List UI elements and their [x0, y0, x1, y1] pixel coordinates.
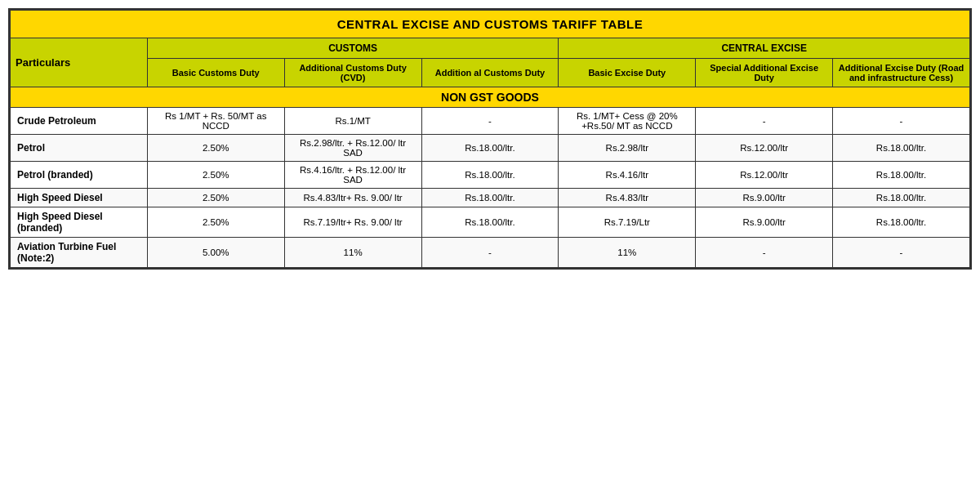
- special-additional-excise-header: Special Additional Excise Duty: [696, 59, 833, 87]
- particulars-cell: Petrol (branded): [11, 162, 148, 189]
- basic-excise-cell: Rs.2.98/ltr: [559, 135, 696, 162]
- basic-excise-header: Basic Excise Duty: [559, 59, 696, 87]
- additional-customs-cvd-cell: Rs.4.16/ltr. + Rs.12.00/ ltr SAD: [284, 162, 421, 189]
- basic-customs-cell: 5.00%: [147, 238, 284, 268]
- additional-customs-cvd-cell: 11%: [284, 238, 421, 268]
- central-excise-group-header: CENTRAL EXCISE: [559, 38, 970, 59]
- additional-customs-cvd-cell: Rs.7.19/ltr+ Rs. 9.00/ ltr: [284, 207, 421, 238]
- additional-customs-cell: -: [421, 108, 559, 135]
- basic-excise-cell: 11%: [559, 238, 696, 268]
- additional-excise-road-header: Additional Excise Duty (Road and infrast…: [833, 59, 970, 87]
- basic-customs-cell: 2.50%: [147, 135, 284, 162]
- basic-customs-cell: 2.50%: [147, 189, 284, 207]
- particulars-cell: High Speed Diesel (branded): [11, 207, 148, 238]
- particulars-cell: High Speed Diesel: [11, 189, 148, 207]
- non-gst-label: NON GST GOODS: [11, 87, 970, 108]
- basic-customs-cell: 2.50%: [147, 162, 284, 189]
- table-row: Aviation Turbine Fuel (Note:2)5.00%11%-1…: [11, 238, 970, 268]
- table-row: Petrol (branded)2.50%Rs.4.16/ltr. + Rs.1…: [11, 162, 970, 189]
- basic-customs-cell: Rs 1/MT + Rs. 50/MT as NCCD: [147, 108, 284, 135]
- table-row: Crude PetroleumRs 1/MT + Rs. 50/MT as NC…: [11, 108, 970, 135]
- special-add-excise-cell: Rs.12.00/ltr: [696, 135, 833, 162]
- additional-customs-header: Addition al Customs Duty: [421, 59, 559, 87]
- special-add-excise-cell: Rs.9.00/ltr: [696, 189, 833, 207]
- particulars-header: Particulars: [11, 38, 148, 87]
- basic-customs-header: Basic Customs Duty: [147, 59, 284, 87]
- additional-customs-cvd-cell: Rs.2.98/ltr. + Rs.12.00/ ltr SAD: [284, 135, 421, 162]
- main-title: CENTRAL EXCISE AND CUSTOMS TARIFF TABLE: [11, 11, 970, 38]
- additional-customs-cvd-header: Additional Customs Duty (CVD): [284, 59, 421, 87]
- special-add-excise-cell: -: [696, 108, 833, 135]
- additional-customs-cell: Rs.18.00/ltr.: [421, 162, 559, 189]
- additional-excise-road-cell: Rs.18.00/ltr.: [833, 189, 970, 207]
- particulars-cell: Petrol: [11, 135, 148, 162]
- additional-excise-road-cell: Rs.18.00/ltr.: [833, 162, 970, 189]
- customs-group-header: CUSTOMS: [147, 38, 559, 59]
- basic-excise-cell: Rs.7.19/Ltr: [559, 207, 696, 238]
- additional-customs-cell: Rs.18.00/ltr.: [421, 207, 559, 238]
- special-add-excise-cell: -: [696, 238, 833, 268]
- basic-excise-cell: Rs.4.16/ltr: [559, 162, 696, 189]
- basic-customs-cell: 2.50%: [147, 207, 284, 238]
- additional-excise-road-cell: -: [833, 238, 970, 268]
- additional-excise-road-cell: Rs.18.00/ltr.: [833, 135, 970, 162]
- additional-customs-cell: Rs.18.00/ltr.: [421, 189, 559, 207]
- special-add-excise-cell: Rs.9.00/ltr: [696, 207, 833, 238]
- additional-customs-cell: -: [421, 238, 559, 268]
- particulars-cell: Crude Petroleum: [11, 108, 148, 135]
- additional-excise-road-cell: -: [833, 108, 970, 135]
- basic-excise-cell: Rs.4.83/ltr: [559, 189, 696, 207]
- additional-customs-cell: Rs.18.00/ltr.: [421, 135, 559, 162]
- tariff-table-wrapper: CENTRAL EXCISE AND CUSTOMS TARIFF TABLE …: [8, 8, 972, 270]
- basic-excise-cell: Rs. 1/MT+ Cess @ 20% +Rs.50/ MT as NCCD: [559, 108, 696, 135]
- table-row: Petrol2.50%Rs.2.98/ltr. + Rs.12.00/ ltr …: [11, 135, 970, 162]
- additional-excise-road-cell: Rs.18.00/ltr.: [833, 207, 970, 238]
- table-row: High Speed Diesel (branded)2.50%Rs.7.19/…: [11, 207, 970, 238]
- particulars-cell: Aviation Turbine Fuel (Note:2): [11, 238, 148, 268]
- additional-customs-cvd-cell: Rs.1/MT: [284, 108, 421, 135]
- special-add-excise-cell: Rs.12.00/ltr: [696, 162, 833, 189]
- additional-customs-cvd-cell: Rs.4.83/ltr+ Rs. 9.00/ ltr: [284, 189, 421, 207]
- table-row: High Speed Diesel2.50%Rs.4.83/ltr+ Rs. 9…: [11, 189, 970, 207]
